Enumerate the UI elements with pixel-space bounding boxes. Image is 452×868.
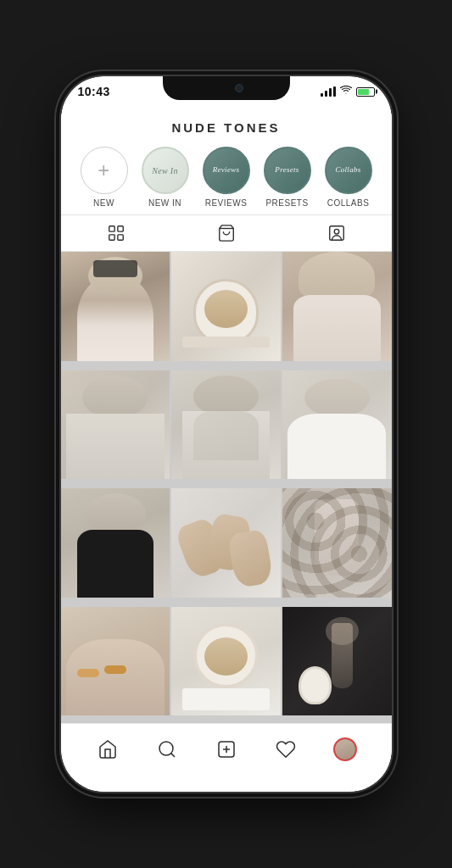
highlight-item-collabs[interactable]: Collabs COLLABS [325,147,372,208]
highlight-item-new[interactable]: + New [81,147,128,208]
nav-likes[interactable] [269,732,303,766]
highlight-label-new-in: NEW IN [148,198,181,208]
notch [163,76,290,100]
photo-grid [61,252,392,723]
grid-cell-12[interactable] [282,607,392,716]
highlight-circle-collabs[interactable]: Collabs [325,147,372,194]
svg-line-8 [170,754,174,757]
highlights-row: + New New In NEW IN Reviews [61,138,392,214]
svg-rect-2 [109,235,114,240]
avatar-inner [335,739,355,760]
svg-rect-0 [109,226,114,231]
grid-cell-1[interactable] [61,252,170,361]
highlight-label-new: New [93,198,114,208]
svg-rect-5 [329,226,343,241]
nav-home[interactable] [91,732,125,766]
svg-rect-1 [117,226,122,231]
grid-cell-8[interactable] [171,488,281,598]
nav-add[interactable] [209,732,243,766]
highlight-item-new-in[interactable]: New In NEW IN [142,147,189,208]
grid-cell-9[interactable] [282,488,392,598]
shop-icon [217,224,236,242]
app-title: NUDE TONES [61,120,392,135]
highlight-circle-reviews[interactable]: Reviews [203,147,250,194]
svg-point-7 [159,742,173,755]
app-header: NUDE TONES [61,114,392,138]
nav-profile[interactable] [328,732,362,766]
signal-icon [321,86,336,97]
wifi-icon [340,86,352,97]
highlight-circle-text-collabs: Collabs [335,165,360,175]
nav-tabs [61,214,392,252]
highlight-circle-new-in[interactable]: New In [142,147,189,194]
highlight-circle-text-presets: Presets [275,165,299,175]
tab-shop[interactable] [171,224,281,242]
battery-icon [356,87,375,97]
grid-cell-3[interactable] [282,252,392,361]
phone-frame: 10:43 [61,76,392,792]
grid-cell-2[interactable] [171,252,281,361]
highlight-circle-new[interactable]: + [81,147,128,194]
add-icon [216,739,237,760]
tab-grid[interactable] [61,224,170,242]
status-time: 10:43 [78,85,110,98]
camera [235,84,243,92]
highlight-circle-text-reviews: Reviews [213,165,240,175]
svg-point-6 [334,229,339,234]
highlight-item-presets[interactable]: Presets PRESETS [264,147,311,208]
highlight-item-reviews[interactable]: Reviews REVIEWS [203,147,250,208]
grid-cell-10[interactable] [61,607,170,716]
search-icon [157,739,177,760]
app-content: NUDE TONES + New New In NEW IN [61,114,392,792]
highlight-label-reviews: REVIEWS [205,198,248,208]
svg-rect-3 [117,235,122,240]
phone-wrapper: 10:43 [0,0,452,868]
grid-cell-7[interactable] [61,488,170,598]
grid-cell-5[interactable] [171,370,281,480]
grid-cell-6[interactable] [282,370,392,480]
highlight-label-collabs: COLLABS [327,198,370,208]
grid-cell-4[interactable] [61,370,170,480]
highlight-label-presets: PRESETS [265,198,308,208]
new-plus-icon: + [98,159,109,182]
tab-profile-view[interactable] [282,224,391,242]
highlight-circle-presets[interactable]: Presets [264,147,311,194]
phone-screen: 10:43 [61,76,392,792]
grid-cell-11[interactable] [171,607,281,716]
avatar-nav[interactable] [333,737,357,761]
home-icon [98,739,118,760]
grid-icon [107,224,126,242]
status-icons [321,86,375,97]
bottom-nav [61,723,392,792]
highlight-circle-text-new-in: New In [152,165,177,176]
nav-search[interactable] [150,732,184,766]
heart-icon [276,739,296,760]
person-icon [327,224,346,242]
